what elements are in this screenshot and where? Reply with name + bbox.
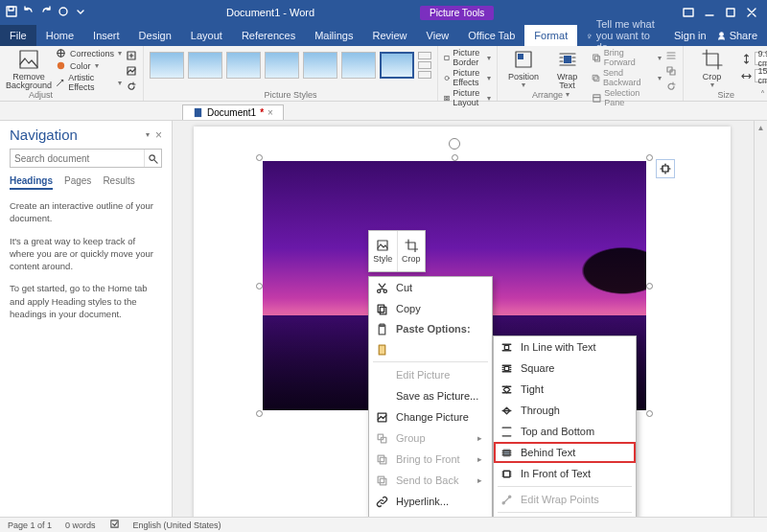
resize-handle[interactable] (646, 283, 653, 289)
tab-home[interactable]: Home (36, 25, 83, 46)
picture-border-button[interactable]: Picture Border▾ (444, 48, 491, 67)
picture-effects-button[interactable]: Picture Effects▾ (444, 68, 491, 87)
style-thumb[interactable] (341, 52, 376, 79)
style-icon (376, 239, 389, 252)
touch-mode-icon[interactable] (58, 6, 69, 19)
style-thumb[interactable] (303, 52, 337, 79)
nav-tab-results[interactable]: Results (103, 175, 134, 190)
ctx-paste-option[interactable] (369, 338, 492, 359)
resize-handle[interactable] (646, 410, 653, 417)
corrections-button[interactable]: Corrections▾ (56, 48, 122, 58)
change-picture-icon[interactable] (126, 65, 137, 79)
selection-pane-button[interactable]: Selection Pane (592, 88, 662, 107)
contextual-tab-label: Picture Tools (420, 6, 494, 20)
rotate-handle[interactable] (449, 138, 460, 150)
ctx-hyperlink[interactable]: Hyperlink... (369, 491, 492, 512)
align-icon[interactable] (665, 50, 677, 63)
resize-handle[interactable] (646, 154, 653, 161)
rotate-icon[interactable] (665, 81, 677, 94)
color-button[interactable]: Color▾ (56, 60, 122, 71)
collapse-ribbon-icon[interactable]: ˄ (760, 89, 765, 100)
mini-style-button[interactable]: Style (369, 231, 397, 271)
artistic-effects-button[interactable]: Artistic Effects▾ (56, 73, 122, 92)
scroll-up-icon[interactable]: ▲ (755, 121, 767, 134)
page[interactable]: Style Crop Cut Copy Paste Options: Edit … (194, 127, 731, 517)
tab-mailings[interactable]: Mailings (305, 25, 362, 46)
gallery-more-button[interactable] (418, 52, 431, 79)
wrap-inline[interactable]: In Line with Text (494, 336, 636, 358)
style-thumb-selected[interactable] (380, 52, 414, 79)
tab-insert[interactable]: Insert (83, 25, 129, 46)
tab-office-tab[interactable]: Office Tab (458, 25, 524, 46)
picture-layout-button[interactable]: Picture Layout▾ (444, 88, 491, 107)
width-field[interactable]: 15.92 cm▴▾ (741, 69, 767, 82)
nav-search-input[interactable] (11, 150, 144, 167)
ctx-change-picture[interactable]: Change Picture (369, 406, 492, 428)
compress-pictures-icon[interactable] (126, 50, 137, 63)
resize-handle[interactable] (256, 410, 263, 417)
close-icon[interactable] (746, 7, 757, 18)
picture-styles-gallery[interactable] (150, 48, 431, 79)
style-thumb[interactable] (265, 52, 299, 79)
style-thumb[interactable] (188, 52, 222, 79)
nav-tab-pages[interactable]: Pages (64, 175, 91, 190)
ctx-save-as-picture[interactable]: Save as Picture... (369, 385, 492, 406)
nav-tab-headings[interactable]: Headings (10, 175, 53, 190)
wrap-square[interactable]: Square (494, 358, 636, 379)
wrap-top-bottom[interactable]: Top and Bottom (494, 421, 636, 442)
mini-crop-button[interactable]: Crop (397, 231, 426, 271)
ribbon-display-icon[interactable] (683, 7, 694, 18)
undo-icon[interactable] (23, 6, 35, 19)
status-words[interactable]: 0 words (65, 520, 96, 530)
qat-more-icon[interactable] (75, 6, 86, 19)
window-controls (673, 7, 767, 18)
wrap-tight[interactable]: Tight (494, 379, 636, 400)
tab-view[interactable]: View (417, 25, 459, 46)
minimize-icon[interactable] (704, 7, 715, 18)
resize-handle[interactable] (452, 154, 458, 161)
tab-design[interactable]: Design (129, 25, 181, 46)
remove-background-button[interactable]: Remove Background (6, 48, 52, 91)
share-button[interactable]: Share (716, 30, 757, 41)
status-page[interactable]: Page 1 of 1 (8, 520, 52, 530)
tab-review[interactable]: Review (363, 25, 417, 46)
ctx-copy[interactable]: Copy (369, 298, 492, 319)
document-canvas[interactable]: Style Crop Cut Copy Paste Options: Edit … (173, 121, 767, 517)
status-spellcheck-icon[interactable] (109, 519, 120, 531)
send-backward-button[interactable]: Send Backward▾ (592, 68, 662, 87)
status-language[interactable]: English (United States) (133, 520, 221, 530)
maximize-icon[interactable] (725, 7, 736, 18)
nav-dropdown-icon[interactable]: ▾ (146, 130, 150, 139)
bring-forward-button[interactable]: Bring Forward▾ (592, 48, 662, 67)
tab-format[interactable]: Format (524, 25, 577, 46)
signin-link[interactable]: Sign in (674, 30, 707, 41)
document-tab[interactable]: Document1* × (182, 104, 284, 120)
style-thumb[interactable] (226, 52, 261, 79)
style-thumb[interactable] (150, 52, 184, 79)
resize-handle[interactable] (256, 283, 263, 289)
ctx-cut[interactable]: Cut (369, 277, 492, 298)
close-tab-icon[interactable]: × (267, 107, 273, 118)
nav-close-icon[interactable]: × (155, 128, 162, 142)
corrections-icon (56, 48, 66, 58)
wrap-through[interactable]: Through (494, 400, 636, 421)
tab-file[interactable]: File (0, 25, 36, 46)
tab-layout[interactable]: Layout (181, 25, 232, 46)
tab-references[interactable]: References (232, 25, 305, 46)
save-icon[interactable] (6, 6, 17, 19)
svg-rect-38 (379, 345, 385, 355)
resize-handle[interactable] (256, 154, 263, 161)
tell-me-search[interactable]: Tell me what you want to do... (577, 25, 664, 46)
search-icon[interactable] (144, 150, 161, 167)
wrap-in-front[interactable]: In Front of Text (494, 463, 636, 484)
height-field[interactable]: 9.95 cm▴▾ (741, 52, 767, 65)
redo-icon[interactable] (40, 6, 52, 19)
layout-options-button[interactable] (656, 159, 675, 178)
vertical-scrollbar[interactable]: ▲ (754, 121, 767, 517)
group-icon[interactable] (665, 65, 677, 79)
nav-search[interactable] (10, 149, 162, 168)
edit-points-icon (500, 494, 513, 506)
reset-picture-icon[interactable] (126, 81, 137, 94)
svg-rect-43 (380, 457, 386, 464)
wrap-behind[interactable]: Behind Text (494, 442, 636, 463)
